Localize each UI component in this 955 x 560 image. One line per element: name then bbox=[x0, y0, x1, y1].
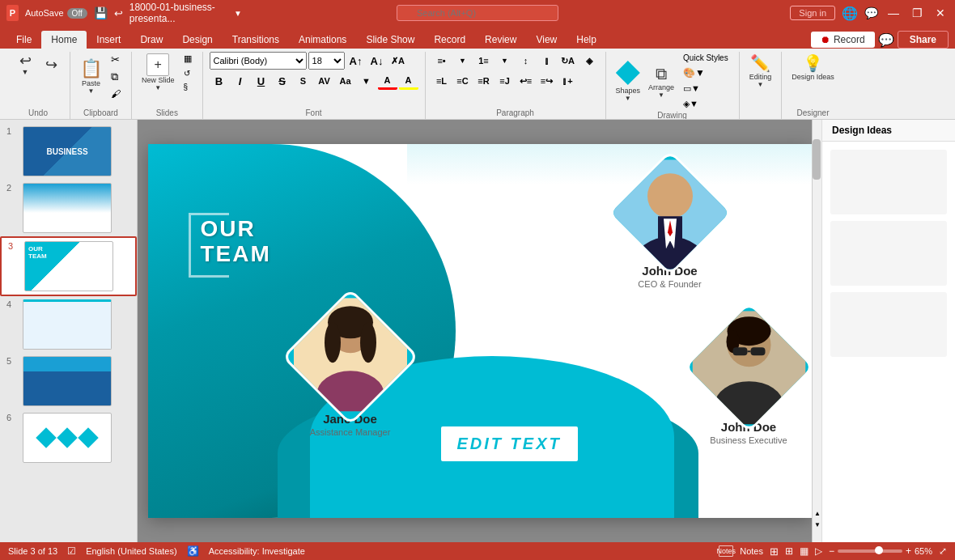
slide-thumb-1[interactable]: BUSINESS bbox=[23, 126, 112, 176]
person-card-3[interactable]: John Doe Business Executive bbox=[702, 320, 796, 445]
slide-item-3[interactable]: 3 OURTEAM bbox=[0, 236, 137, 296]
convert-smartart[interactable]: ◈ bbox=[579, 52, 599, 70]
highlight-button[interactable]: A bbox=[399, 72, 418, 90]
layout-button[interactable]: ▦ bbox=[180, 52, 196, 66]
record-button[interactable]: ⏺ Record bbox=[811, 32, 875, 48]
normal-view-icon[interactable]: ⊞ bbox=[770, 545, 779, 558]
design-ideas-button[interactable]: 💡 Design Ideas bbox=[788, 52, 838, 83]
slide-item-5[interactable]: 5 bbox=[0, 353, 137, 409]
slide-thumb-6[interactable] bbox=[23, 413, 112, 463]
canvas-scrollbar[interactable]: ▲ ▼ bbox=[812, 120, 821, 542]
idea-thumb-2[interactable] bbox=[830, 221, 947, 286]
tab-insert[interactable]: Insert bbox=[87, 31, 130, 49]
outline-color-button[interactable]: ▭▼ bbox=[679, 82, 732, 95]
our-team-box[interactable]: OUR TEAM bbox=[201, 217, 271, 267]
font-size-select[interactable]: 18 bbox=[308, 52, 345, 70]
scroll-up-arrow[interactable]: ▲ bbox=[813, 508, 821, 518]
slide-show-icon[interactable]: ▷ bbox=[815, 545, 822, 557]
italic-button[interactable]: I bbox=[231, 72, 250, 90]
slide-thumb-3[interactable]: OURTEAM bbox=[24, 241, 113, 291]
text-case-button[interactable]: Aa bbox=[336, 72, 355, 90]
notes-label[interactable]: Notes bbox=[740, 546, 763, 556]
fit-window-icon[interactable]: ⤢ bbox=[939, 545, 947, 557]
slide-thumb-5[interactable] bbox=[23, 356, 112, 406]
tab-animations[interactable]: Animations bbox=[289, 31, 356, 49]
scroll-thumb[interactable] bbox=[813, 139, 821, 180]
tab-help[interactable]: Help bbox=[567, 31, 606, 49]
ltr-button[interactable]: ≡↪ bbox=[537, 72, 557, 90]
idea-thumb-1[interactable] bbox=[830, 150, 947, 214]
minimize-button[interactable]: — bbox=[885, 6, 902, 19]
slide-sorter-icon[interactable]: ⊞ bbox=[785, 545, 793, 557]
tab-home[interactable]: Home bbox=[41, 31, 87, 49]
person-card-1[interactable]: John Doe CEO & Founder bbox=[626, 168, 715, 289]
justify-button[interactable]: ≡J bbox=[495, 72, 515, 90]
notes-button[interactable]: Notes bbox=[719, 545, 733, 557]
text-case2-button[interactable]: ▼ bbox=[357, 72, 376, 90]
text-dir-button[interactable]: ↻A bbox=[558, 52, 578, 70]
paste-button[interactable]: 📋 Paste ▼ bbox=[77, 57, 105, 96]
copy-button[interactable]: ⧉ bbox=[107, 69, 125, 85]
clear-format-button[interactable]: ✗A bbox=[388, 52, 408, 70]
tab-review[interactable]: Review bbox=[475, 31, 526, 49]
tab-slideshow[interactable]: Slide Show bbox=[356, 31, 424, 49]
slide-canvas[interactable]: OUR TEAM bbox=[148, 144, 812, 518]
dropdown-icon[interactable]: ▼ bbox=[234, 9, 242, 18]
align-center-button[interactable]: ≡C bbox=[453, 72, 473, 90]
align-right-button[interactable]: ≡R bbox=[474, 72, 494, 90]
shapes-button[interactable]: Shapes ▼ bbox=[613, 59, 644, 104]
tab-record[interactable]: Record bbox=[424, 31, 475, 49]
decrease-font-button[interactable]: A↓ bbox=[367, 52, 387, 70]
person-card-2[interactable]: Jane Doe Assistance Manager bbox=[302, 308, 399, 437]
align-left-button[interactable]: ≡L bbox=[432, 72, 452, 90]
slide-thumb-4[interactable] bbox=[23, 299, 112, 350]
font-color-button[interactable]: A bbox=[378, 72, 397, 90]
slide-item-1[interactable]: 1 BUSINESS bbox=[0, 123, 137, 180]
underline-button[interactable]: U bbox=[252, 72, 271, 90]
redo-button[interactable]: ↪ bbox=[39, 56, 63, 74]
bold-button[interactable]: B bbox=[210, 72, 229, 90]
numbering-button[interactable]: 1≡ bbox=[474, 52, 494, 70]
bullets-button[interactable]: ≡• bbox=[432, 52, 452, 70]
numbering-dropdown[interactable]: ▼ bbox=[495, 52, 515, 70]
quick-styles-button[interactable]: Quick Styles bbox=[679, 52, 732, 64]
slide-item-2[interactable]: 2 bbox=[0, 180, 137, 236]
canvas-area[interactable]: OUR TEAM bbox=[138, 120, 821, 542]
comments-icon[interactable]: 💬 bbox=[878, 32, 894, 48]
format-painter-button[interactable]: 🖌 bbox=[107, 87, 125, 101]
autosave-toggle[interactable]: Off bbox=[67, 8, 87, 19]
language-label[interactable]: English (United States) bbox=[86, 546, 177, 556]
edit-text-box[interactable]: EDIT TEXT bbox=[439, 425, 579, 463]
zoom-slider[interactable] bbox=[838, 549, 902, 553]
signin-button[interactable]: Sign in bbox=[790, 6, 835, 20]
zoom-level[interactable]: 65% bbox=[915, 546, 932, 556]
tab-design[interactable]: Design bbox=[172, 31, 222, 49]
accessibility-label[interactable]: Accessibility: Investigate bbox=[209, 546, 305, 556]
undo-icon[interactable]: ↩ bbox=[114, 7, 123, 19]
accessibility-icon[interactable]: ♿ bbox=[187, 545, 199, 557]
char-spacing-button[interactable]: AV bbox=[315, 72, 334, 90]
cut-button[interactable]: ✂ bbox=[107, 52, 125, 67]
zoom-out-icon[interactable]: − bbox=[829, 545, 834, 557]
scroll-down-arrow[interactable]: ▼ bbox=[813, 520, 821, 529]
restore-button[interactable]: ❐ bbox=[909, 6, 926, 19]
share-button[interactable]: Share bbox=[898, 31, 949, 49]
arrange-button[interactable]: ⧉ Arrange ▼ bbox=[645, 63, 677, 100]
status-check-icon[interactable]: ☑ bbox=[67, 545, 76, 557]
section-button[interactable]: § bbox=[180, 81, 196, 93]
tab-view[interactable]: View bbox=[526, 31, 567, 49]
idea-thumb-3[interactable] bbox=[830, 292, 947, 357]
increase-font-button[interactable]: A↑ bbox=[346, 52, 366, 70]
new-slide-button[interactable]: + New Slide ▼ bbox=[138, 52, 178, 93]
bullets-dropdown[interactable]: ▼ bbox=[453, 52, 473, 70]
columns-button[interactable]: ⫿ bbox=[537, 52, 557, 70]
slide-thumb-2[interactable] bbox=[23, 183, 112, 233]
tab-draw[interactable]: Draw bbox=[130, 31, 172, 49]
feedback-icon[interactable]: 💬 bbox=[864, 6, 878, 19]
search-input[interactable] bbox=[397, 5, 558, 21]
shape-effects-button[interactable]: ◈▼ bbox=[679, 97, 732, 111]
rtl-button[interactable]: ↩≡ bbox=[516, 72, 536, 90]
slide-panel[interactable]: 1 BUSINESS 2 3 OURTEAM 4 5 6 bbox=[0, 120, 138, 542]
zoom-in-icon[interactable]: + bbox=[906, 545, 911, 557]
slide-item-4[interactable]: 4 bbox=[0, 296, 137, 353]
